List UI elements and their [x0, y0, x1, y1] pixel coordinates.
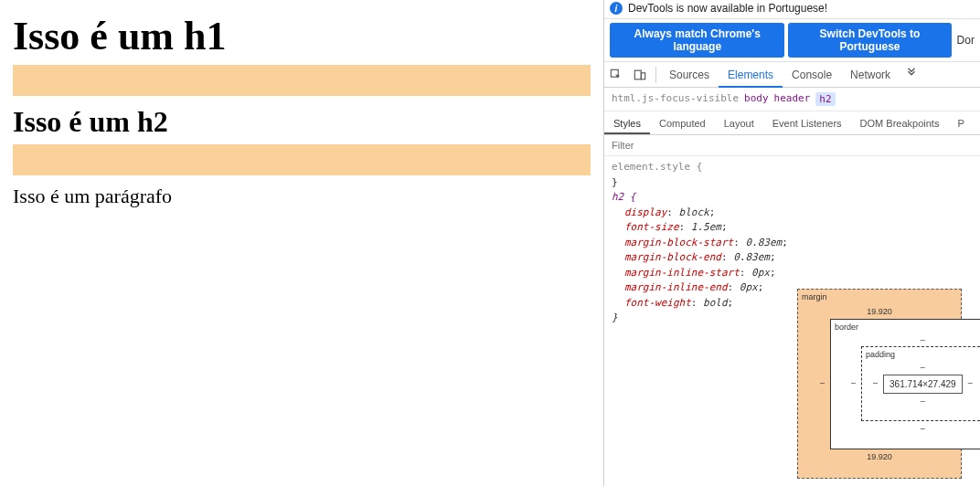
- switch-to-portuguese-button[interactable]: Switch DevTools to Portuguese: [788, 23, 951, 58]
- page-content: Isso é um h1 Isso é um h2 Isso é um pará…: [0, 0, 603, 486]
- breadcrumb-h2[interactable]: h2: [815, 92, 835, 106]
- breadcrumb-body[interactable]: body: [744, 92, 769, 106]
- page-h1: Isso é um h1: [13, 13, 591, 59]
- info-bar: i DevTools is now available in Portugues…: [604, 0, 980, 19]
- box-content[interactable]: 361.714×27.429: [883, 375, 963, 394]
- padding-bottom: –: [921, 396, 925, 406]
- padding-label: padding: [866, 349, 895, 362]
- subtab-properties[interactable]: P: [948, 112, 973, 134]
- device-toolbar-icon[interactable]: [628, 62, 652, 88]
- page-h2: Isso é um h2: [13, 105, 591, 139]
- devtools-toolbar: Sources Elements Console Network: [604, 62, 980, 88]
- match-chrome-language-button[interactable]: Always match Chrome's language: [610, 23, 784, 58]
- padding-left: –: [873, 377, 878, 390]
- highlight-bar-1: [13, 65, 591, 96]
- subtab-styles[interactable]: Styles: [604, 112, 650, 134]
- dont-show-text[interactable]: Don: [957, 34, 975, 47]
- prop-margin-block-start[interactable]: margin-block-start: 0.83em;: [624, 236, 973, 251]
- margin-label: margin: [802, 291, 827, 304]
- tab-elements[interactable]: Elements: [719, 62, 783, 88]
- dom-breadcrumb: html.js-focus-visible body header h2: [604, 88, 980, 111]
- brace-close-1: }: [612, 175, 973, 191]
- box-model[interactable]: margin 19.920 – border – – padding –: [797, 289, 962, 479]
- info-text: DevTools is now available in Portuguese!: [628, 2, 827, 15]
- element-style-rule[interactable]: element.style {: [612, 160, 973, 175]
- subtab-event-listeners[interactable]: Event Listeners: [763, 112, 851, 134]
- tab-network[interactable]: Network: [841, 62, 900, 88]
- subtab-layout[interactable]: Layout: [715, 112, 763, 134]
- subtab-dom-breakpoints[interactable]: DOM Breakpoints: [851, 112, 949, 134]
- prop-margin-inline-start[interactable]: margin-inline-start: 0px;: [624, 266, 973, 281]
- border-left: –: [851, 377, 856, 390]
- styles-pane[interactable]: element.style { } h2 { display: block; f…: [604, 156, 980, 486]
- toolbar-divider: [655, 67, 656, 83]
- breadcrumb-html[interactable]: html.js-focus-visible: [612, 92, 739, 106]
- border-label: border: [835, 322, 858, 334]
- main-tabs: Sources Elements Console Network: [660, 62, 980, 88]
- prop-margin-block-end[interactable]: margin-block-end: 0.83em;: [624, 250, 973, 266]
- svg-rect-2: [641, 72, 644, 79]
- more-tabs-icon[interactable]: [900, 67, 923, 82]
- h2-rule-selector[interactable]: h2 {: [612, 190, 973, 206]
- language-bar: Always match Chrome's language Switch De…: [604, 19, 980, 62]
- filter-input[interactable]: [612, 140, 973, 151]
- box-margin[interactable]: margin 19.920 – border – – padding –: [797, 289, 962, 479]
- tab-sources[interactable]: Sources: [660, 62, 719, 88]
- box-border[interactable]: border – – padding – – 361.714×27.429: [830, 319, 980, 449]
- prop-font-size[interactable]: font-size: 1.5em;: [624, 220, 973, 236]
- devtools-panel: i DevTools is now available in Portugues…: [603, 0, 980, 486]
- inspect-element-icon[interactable]: [604, 62, 628, 88]
- filter-row: [604, 135, 980, 156]
- margin-bottom: 19.920: [867, 452, 892, 461]
- styles-subtabs: Styles Computed Layout Event Listeners D…: [604, 111, 980, 135]
- padding-top: –: [921, 363, 925, 372]
- border-bottom: –: [921, 424, 925, 433]
- page-paragraph: Isso é um parágrafo: [13, 185, 591, 208]
- highlight-bar-2: [13, 144, 591, 175]
- prop-display[interactable]: display: block;: [624, 206, 973, 221]
- svg-rect-1: [634, 70, 641, 79]
- box-padding[interactable]: padding – – 361.714×27.429 – –: [861, 346, 980, 421]
- margin-top: 19.920: [867, 307, 892, 316]
- info-icon: i: [610, 2, 623, 15]
- padding-right: –: [968, 377, 973, 390]
- tab-console[interactable]: Console: [783, 62, 841, 88]
- breadcrumb-header[interactable]: header: [774, 92, 811, 106]
- subtab-computed[interactable]: Computed: [650, 112, 715, 134]
- margin-left: –: [820, 377, 825, 390]
- border-top: –: [921, 335, 925, 344]
